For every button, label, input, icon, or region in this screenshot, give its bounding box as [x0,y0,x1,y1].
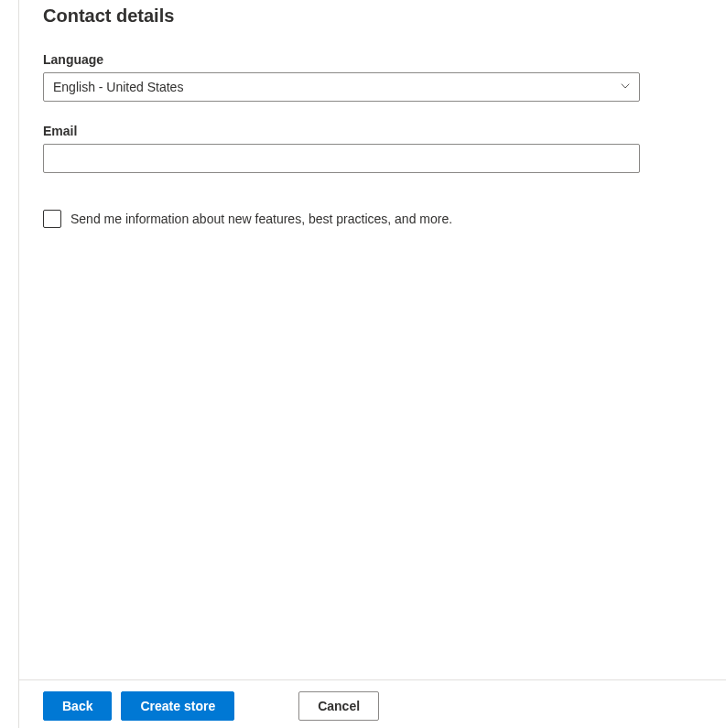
newsletter-checkbox-row: Send me information about new features, … [43,210,640,228]
newsletter-checkbox-label[interactable]: Send me information about new features, … [70,212,452,226]
content-area: Contact details Language English - Unite… [19,0,726,228]
newsletter-checkbox[interactable] [43,210,61,228]
email-field-group: Email [43,124,640,173]
language-label: Language [43,52,640,67]
footer-bar: Back Create store Cancel [19,679,726,728]
language-select-wrapper: English - United States [43,72,640,102]
page-title: Contact details [43,5,640,27]
language-select[interactable]: English - United States [43,72,640,102]
page-container: Contact details Language English - Unite… [18,0,726,728]
create-store-button[interactable]: Create store [121,691,234,721]
email-input[interactable] [43,144,640,173]
back-button[interactable]: Back [43,691,112,721]
cancel-button[interactable]: Cancel [298,691,379,721]
email-label: Email [43,124,640,138]
language-field-group: Language English - United States [43,52,640,102]
